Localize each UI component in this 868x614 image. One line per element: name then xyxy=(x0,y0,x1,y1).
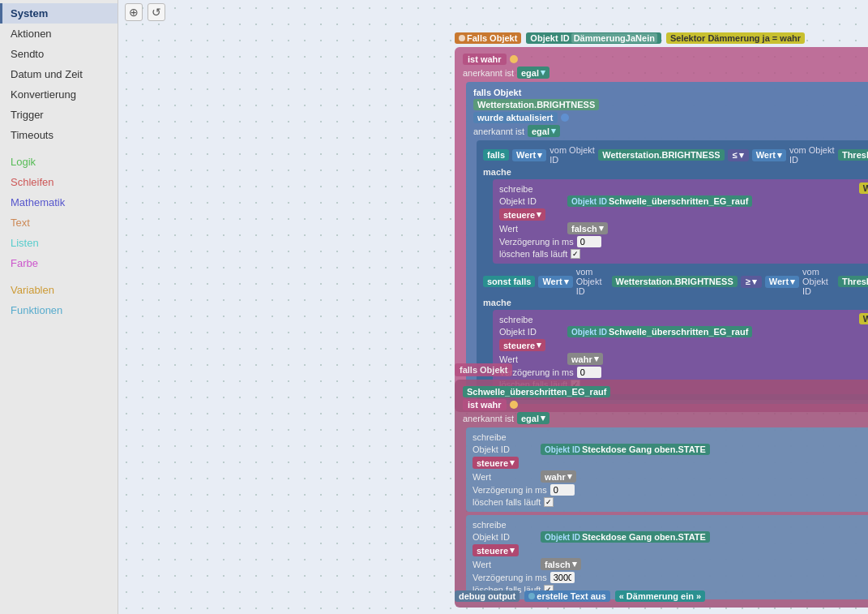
steckdose-chip-2[interactable]: Objekt ID Steckdose Gang oben.STATE xyxy=(541,531,710,543)
wert-aus-visu-2[interactable]: Wert aus Visu xyxy=(859,313,868,324)
ist-wahr-row-2: ist wahr xyxy=(460,399,868,410)
wb-chip-1[interactable]: Wetterstation.BRIGHTNESS xyxy=(598,149,724,161)
egal-chip-inner[interactable]: egal ▾ xyxy=(528,125,560,137)
falls-condition-row: falls Wert▾ vom Objekt ID Wetterstation.… xyxy=(480,145,868,165)
sidebar-item-schleifen[interactable]: Schleifen xyxy=(0,172,118,192)
erstelle-connector xyxy=(528,593,535,599)
objekt-id-b2-row-1: Objekt ID Objekt ID Steckdose Gang oben.… xyxy=(469,444,868,455)
steuere-chip-b2-1[interactable]: steuere▾ xyxy=(472,457,519,469)
falls-objekt-inner-row: falls Objekt xyxy=(470,88,868,97)
sonst-falls-chip[interactable]: sonst falls xyxy=(483,276,535,287)
sidebar-item-konvertierung[interactable]: Konvertierung xyxy=(0,84,118,105)
wert-aus-visu-1[interactable]: Wert aus Visu xyxy=(859,182,868,194)
sidebar-item-logik[interactable]: Logik xyxy=(0,152,118,172)
sidebar-item-datum-und-zeit[interactable]: Datum und Zeit xyxy=(0,64,118,84)
steuere-chip-sf[interactable]: steuere▾ xyxy=(499,339,545,351)
delay-input-1[interactable] xyxy=(577,236,601,247)
falsch-chip[interactable]: falsch▾ xyxy=(567,222,608,234)
wetterstation-chip[interactable]: Wetterstation.BRIGHTNESS xyxy=(473,99,599,110)
steuere-row-1: steuere▾ xyxy=(496,208,868,221)
threshold-chip-sf[interactable]: Threshold_EG_rauf xyxy=(838,276,868,287)
sidebar: SystemAktionenSendtoDatum und ZeitKonver… xyxy=(0,0,118,614)
daemmerung-ein-chip[interactable]: « Dämmerung ein » xyxy=(615,590,705,602)
wurde-aktualisiert-row: wurde aktualisiert xyxy=(470,112,868,123)
delay-b2-1[interactable] xyxy=(550,484,575,496)
wert-b2-row-2: Wert falsch▾ xyxy=(469,558,868,570)
wetterstation-row: Wetterstation.BRIGHTNESS xyxy=(470,99,868,110)
verz-row-1: Verzögerung in ms xyxy=(496,236,868,247)
target-button[interactable]: ⊕ xyxy=(125,3,143,21)
schwelle-eg-chip[interactable]: Schwelle_überschritten_EG_rauf xyxy=(463,386,610,397)
schwelle-chip-row: Schwelle_überschritten_EG_rauf xyxy=(460,386,868,397)
selektor-chip[interactable]: Selektor Dämmerung ja = wahr xyxy=(666,32,805,44)
schwelle-chip-sf[interactable]: Objekt ID Schwelle_überschritten_EG_rauf xyxy=(567,326,752,337)
objekt-id-row-1: Objekt ID Objekt ID Schwelle_überschritt… xyxy=(496,195,868,207)
verz-b2-row-1: Verzögerung in ms xyxy=(469,484,868,496)
egal-chip-2[interactable]: egal▾ xyxy=(517,412,549,424)
sidebar-item-funktionen[interactable]: Funktionen xyxy=(0,300,118,320)
sidebar-item-trigger[interactable]: Trigger xyxy=(0,105,118,125)
loeschen-checkbox-1[interactable]: ✓ xyxy=(571,249,580,259)
delay-b2-2[interactable] xyxy=(550,572,575,583)
sidebar-item-sendto[interactable]: Sendto xyxy=(0,44,118,64)
sidebar-item-farbe[interactable]: Farbe xyxy=(0,253,118,273)
anerkannt-row-inner: anerkannt ist egal ▾ xyxy=(470,125,868,137)
ist-wahr-connector xyxy=(510,55,518,63)
steuere-row-sf: steuere▾ xyxy=(496,339,868,351)
steckdose-chip-1[interactable]: Objekt ID Steckdose Gang oben.STATE xyxy=(541,444,710,455)
sidebar-item-timeouts[interactable]: Timeouts xyxy=(0,125,118,145)
falls-objekt-2-header: falls Objekt xyxy=(455,363,512,376)
toolbar: ⊕ ↺ xyxy=(118,0,868,24)
sidebar-item-listen[interactable]: Listen xyxy=(0,233,118,253)
main-canvas[interactable]: ⊕ ↺ Falls Objekt Objekt ID DämmerungJaNe… xyxy=(118,0,868,614)
wert-chip-2[interactable]: Wert▾ xyxy=(752,149,786,161)
operator-ge-chip[interactable]: ≥▾ xyxy=(741,276,762,288)
mache-label-row: mache xyxy=(480,167,868,177)
threshold-chip-1[interactable]: Threshold_EG_rauf xyxy=(838,149,868,161)
anerkannt-row-2: anerkannt ist egal▾ xyxy=(460,412,868,424)
wurde-connector xyxy=(561,114,569,122)
steuere-chip-b2-2[interactable]: steuere▾ xyxy=(472,544,519,556)
schreibe-row-1: schreibe xyxy=(496,184,868,194)
loeschen-b2-row-1: löschen falls läuft ✓ xyxy=(469,497,868,507)
sidebar-item-variablen[interactable]: Variablen xyxy=(0,280,118,300)
egal-chip-1[interactable]: egal ▾ xyxy=(517,67,549,79)
objekt-id-b2-row-2: Objekt ID Objekt ID Steckdose Gang oben.… xyxy=(469,531,868,543)
schreibe-row-sf: schreibe xyxy=(496,315,868,324)
debug-output-chip[interactable]: debug output xyxy=(455,590,520,602)
erstelle-text-chip[interactable]: erstelle Text aus xyxy=(524,590,609,602)
wert-chip-sf2[interactable]: Wert▾ xyxy=(765,276,799,288)
falls-objekt-header[interactable]: Falls Objekt xyxy=(455,32,521,44)
falsch-chip-b2[interactable]: falsch▾ xyxy=(541,558,581,570)
schreibe-b2-row-1: schreibe xyxy=(469,432,868,442)
anerkannt-row-1: anerkannt ist egal ▾ xyxy=(460,67,868,79)
schwelle-chip-1[interactable]: Objekt ID Schwelle_überschritten_EG_rauf xyxy=(567,195,752,207)
schreibe-b2-row-2: schreibe xyxy=(469,520,868,530)
steuere-b2-row-2: steuere▾ xyxy=(469,544,868,556)
sonst-falls-row: sonst falls Wert▾ vom Objekt ID Wetterst… xyxy=(480,267,868,296)
wert-chip-1[interactable]: Wert▾ xyxy=(512,149,546,161)
ist-wahr-row: ist wahr xyxy=(460,54,868,65)
sidebar-item-mathematik[interactable]: Mathematik xyxy=(0,192,118,213)
sidebar-item-text[interactable]: Text xyxy=(0,213,118,233)
refresh-button[interactable]: ↺ xyxy=(148,3,165,21)
steuere-b2-row-1: steuere▾ xyxy=(469,457,868,469)
loeschen-row-1: löschen falls läuft ✓ xyxy=(496,249,868,259)
falls-chip[interactable]: falls xyxy=(483,149,509,161)
wert-row-1: Wert falsch▾ xyxy=(496,222,868,234)
wahr-chip-b2[interactable]: wahr▾ xyxy=(541,470,576,483)
wert-b2-row-1: Wert wahr▾ xyxy=(469,470,868,483)
steuere-chip-1[interactable]: steuere▾ xyxy=(499,208,545,221)
sidebar-items: SystemAktionenSendtoDatum und ZeitKonver… xyxy=(0,3,118,320)
objekt-id-chip-1[interactable]: Objekt ID DämmerungJaNein xyxy=(526,32,661,44)
ist-wahr-connector-2 xyxy=(510,401,518,409)
wert-chip-sf1[interactable]: Wert▾ xyxy=(538,276,572,288)
verz-b2-row-2: Verzögerung in ms xyxy=(469,572,868,583)
mache-label-sf: mache xyxy=(480,298,868,307)
wb-chip-sf[interactable]: Wetterstation.BRIGHTNESS xyxy=(612,276,738,287)
sidebar-item-aktionen[interactable]: Aktionen xyxy=(0,24,118,44)
objekt-id-row-sf: Objekt ID Objekt ID Schwelle_überschritt… xyxy=(496,326,868,337)
sidebar-item-system[interactable]: System xyxy=(0,3,118,24)
loeschen-checkbox-b2-1[interactable]: ✓ xyxy=(544,497,554,507)
operator-le-chip[interactable]: ≤▾ xyxy=(728,149,749,161)
